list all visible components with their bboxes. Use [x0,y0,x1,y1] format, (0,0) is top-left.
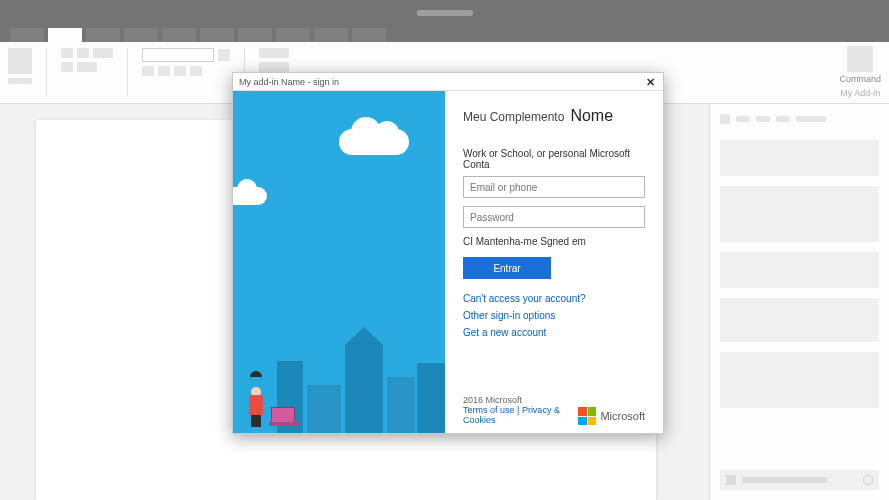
taskpane-icon [720,114,730,124]
ribbon-tab[interactable] [10,28,44,42]
ribbon-tab[interactable] [352,28,386,42]
ribbon-button[interactable] [61,62,73,72]
building-icon [417,363,445,433]
command-label: Command [839,74,881,84]
email-placeholder: Email or phone [470,182,537,193]
taskpane-footer-button[interactable] [863,475,873,485]
close-icon[interactable]: ✕ [643,75,657,89]
new-account-link[interactable]: Get a new account [463,327,645,338]
task-pane [709,104,889,500]
taskpane-card[interactable] [720,352,879,408]
microsoft-logo: Microsoft [578,407,645,425]
skyline-illustration [233,343,445,433]
taskpane-card[interactable] [720,140,879,176]
ribbon-group [8,48,32,84]
ribbon-tab[interactable] [238,28,272,42]
taskpane-card[interactable] [720,186,879,242]
ribbon-button[interactable] [259,48,289,58]
taskpane-footer [720,470,879,490]
ribbon-button[interactable] [218,49,230,61]
ribbon-tab[interactable] [86,28,120,42]
ribbon-tab[interactable] [162,28,196,42]
addin-group-label: My Add-in [840,88,880,98]
terms-link[interactable]: Terms of use [463,405,515,415]
cant-access-link[interactable]: Can't access your account? [463,293,645,304]
signin-form: Meu Complemento Nome Work or School, or … [445,91,663,433]
taskpane-tab[interactable] [796,116,826,122]
app-titlebar [0,0,889,24]
ribbon-button[interactable] [259,62,289,72]
signin-button[interactable]: Entrar [463,257,551,279]
dialog-body: Meu Complemento Nome Work or School, or … [233,91,663,433]
ribbon-button[interactable] [77,62,97,72]
ribbon-button[interactable] [61,48,73,58]
signin-dialog: My add-in Name - sign in ✕ M [232,72,664,434]
ribbon-tab[interactable] [200,28,234,42]
footer-legal: 2016 Microsoft Terms of use | Privacy & … [463,395,578,425]
account-prompt: Work or School, or personal Microsoft Co… [463,148,645,170]
taskpane-footer-text [742,477,827,483]
footer-sep: | [515,405,522,415]
ribbon-button[interactable] [142,66,154,76]
other-signin-link[interactable]: Other sign-in options [463,310,645,321]
taskpane-header [720,114,879,124]
cloud-icon [339,129,409,155]
building-icon [387,377,415,433]
ribbon-group [142,48,230,76]
ribbon-separator [46,48,47,96]
ribbon-label [8,78,32,84]
taskpane-tab[interactable] [756,116,770,122]
ribbon-tab[interactable] [124,28,158,42]
taskpane-card[interactable] [720,298,879,342]
email-field[interactable]: Email or phone [463,176,645,198]
app-heading: Meu Complemento Nome [463,107,645,126]
taskpane-card[interactable] [720,252,879,288]
taskpane-tab[interactable] [776,116,790,122]
ribbon-tab-active[interactable] [48,28,82,42]
dialog-title: My add-in Name - sign in [239,77,339,87]
password-placeholder: Password [470,212,514,223]
ribbon-tab[interactable] [276,28,310,42]
command-icon[interactable] [847,46,873,72]
password-field[interactable]: Password [463,206,645,228]
ribbon-tab[interactable] [314,28,348,42]
ribbon-addin-group: Command My Add-in [839,46,881,98]
titlebar-placeholder [417,10,473,16]
ribbon-separator [127,48,128,96]
building-icon [307,385,341,433]
ribbon-button[interactable] [8,48,32,74]
taskpane-tab[interactable] [736,116,750,122]
ribbon-button[interactable] [174,66,186,76]
ribbon-tab-row [0,24,889,42]
cloud-icon [233,187,267,205]
ribbon-field[interactable] [142,48,214,62]
copyright-text: 2016 Microsoft [463,395,578,405]
dialog-titlebar: My add-in Name - sign in ✕ [233,73,663,91]
dialog-illustration [233,91,445,433]
dialog-footer: 2016 Microsoft Terms of use | Privacy & … [463,395,645,425]
microsoft-logo-icon [578,407,596,425]
ribbon-button[interactable] [93,48,113,58]
keep-signed-in-label[interactable]: CI Mantenha-me Sgned em [463,236,645,247]
app-name: Nome [570,107,613,125]
ribbon-button[interactable] [158,66,170,76]
app-prefix: Meu Complemento [463,110,564,124]
person-illustration [249,383,263,427]
ribbon-group [61,48,113,72]
taskpane-footer-icon [726,475,736,485]
laptop-icon [271,407,295,423]
ribbon-button[interactable] [77,48,89,58]
building-icon [345,345,383,433]
microsoft-logo-text: Microsoft [600,410,645,422]
ribbon-button[interactable] [190,66,202,76]
